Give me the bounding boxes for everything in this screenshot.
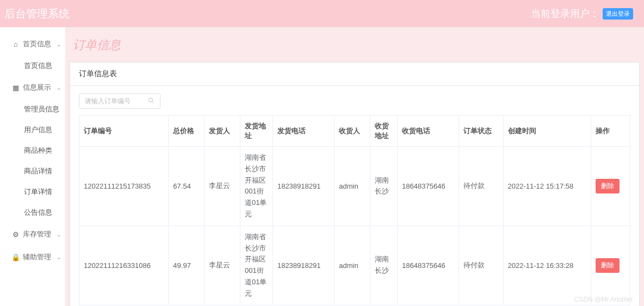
cell-receiver-phone: 18648375646: [398, 147, 459, 226]
cell-status: 待付款: [459, 226, 503, 305]
sidebar-item-home-info[interactable]: 首页信息: [0, 55, 65, 76]
sidebar-group-home[interactable]: ⌂ 首页信息 ⌄: [0, 33, 65, 55]
cell-receiver-phone: 18648375646: [398, 226, 459, 305]
cell-created: 2022-11-12 15:17:58: [503, 147, 591, 226]
current-user-label: 当前登录用户：: [531, 7, 599, 20]
home-icon: ⌂: [12, 40, 20, 48]
main-content: 订单信息 订单信息表 订单编号 总价格 发货人 发货地: [65, 27, 644, 306]
cell-sender-phone: 18238918291: [273, 226, 334, 305]
col-status: 订单状态: [459, 116, 503, 147]
orders-table: 订单编号 总价格 发货人 发货地址 发货电话 收货人 收货地址 收货电话 订单状…: [79, 115, 630, 305]
col-order-no: 订单编号: [79, 116, 169, 147]
col-created: 创建时间: [503, 116, 591, 147]
cell-receiver: admin: [335, 147, 370, 226]
cell-sender-addr: 湖南省长沙市开福区001街道01单元: [240, 147, 273, 226]
header-user-area: 当前登录用户： 退出登录: [531, 7, 633, 20]
sidebar-item-admin-info[interactable]: 管理员信息: [0, 99, 65, 120]
search-input[interactable]: [85, 97, 148, 105]
sidebar-group-label: 信息展示: [23, 83, 51, 92]
sidebar-item-user-info[interactable]: 用户信息: [0, 120, 65, 140]
sidebar-item-goods-detail[interactable]: 商品详情: [0, 161, 65, 182]
col-receiver-phone: 收货电话: [398, 116, 459, 147]
svg-line-1: [152, 101, 154, 103]
app-header: 后台管理系统 当前登录用户： 退出登录: [0, 0, 644, 27]
delete-button[interactable]: 删除: [596, 179, 620, 193]
gear-icon: ⚙: [12, 230, 20, 238]
cell-receiver-addr: 湖南长沙: [370, 226, 398, 305]
col-sender: 发货人: [205, 116, 240, 147]
col-action: 操作: [591, 116, 630, 147]
page-title: 订单信息: [70, 27, 640, 62]
sidebar-group-label: 辅助管理: [23, 252, 51, 262]
cell-receiver-addr: 湖南长沙: [370, 147, 398, 226]
cell-sender-addr: 湖南省长沙市开福区001街道01单元: [240, 226, 273, 305]
card-header: 订单信息表: [70, 63, 639, 86]
cell-order-no: 12022111215173835: [79, 147, 169, 226]
col-sender-addr: 发货地址: [240, 116, 273, 147]
cell-status: 待付款: [459, 147, 503, 226]
chevron-down-icon: ⌄: [57, 41, 61, 47]
sidebar-group-info[interactable]: ▦ 信息展示 ⌄: [0, 76, 65, 99]
cell-total: 67.54: [169, 147, 205, 226]
cell-receiver: admin: [335, 226, 370, 305]
col-sender-phone: 发货电话: [273, 116, 334, 147]
sidebar: ⌂ 首页信息 ⌄ 首页信息 ▦ 信息展示 ⌄ 管理员信息 用户信息 商品种类 商…: [0, 27, 65, 306]
search-icon: [148, 97, 154, 105]
table-row: 1202211121633108649.97李星云湖南省长沙市开福区001街道0…: [79, 226, 630, 305]
chevron-down-icon: ⌄: [57, 85, 61, 91]
cell-sender: 李星云: [205, 226, 240, 305]
cell-action: 删除: [591, 147, 630, 226]
delete-button[interactable]: 删除: [596, 258, 620, 273]
chevron-down-icon: ⌄: [57, 254, 61, 260]
grid-icon: ▦: [12, 84, 20, 91]
svg-point-0: [149, 98, 153, 102]
table-row: 1202211121517383567.54李星云湖南省长沙市开福区001街道0…: [79, 147, 630, 226]
sidebar-group-stock[interactable]: ⚙ 库存管理 ⌄: [0, 223, 65, 246]
sidebar-item-order-detail[interactable]: 订单详情: [0, 182, 65, 202]
sidebar-item-goods-cat[interactable]: 商品种类: [0, 140, 65, 161]
cell-created: 2022-11-12 16:33:28: [503, 226, 591, 305]
app-title: 后台管理系统: [4, 7, 70, 21]
sidebar-item-notice-info[interactable]: 公告信息: [0, 202, 65, 223]
logout-button[interactable]: 退出登录: [603, 8, 633, 20]
cell-sender-phone: 18238918291: [273, 147, 334, 226]
cell-total: 49.97: [169, 226, 205, 305]
col-receiver-addr: 收货地址: [370, 116, 398, 147]
sidebar-group-label: 首页信息: [23, 39, 51, 49]
order-card: 订单信息表 订单编号 总价格 发货人 发货地址 发: [70, 62, 640, 306]
cell-sender: 李星云: [205, 147, 240, 226]
watermark: CSDN @Mr.Another: [574, 296, 633, 303]
sidebar-group-label: 库存管理: [23, 229, 51, 239]
table-header-row: 订单编号 总价格 发货人 发货地址 发货电话 收货人 收货地址 收货电话 订单状…: [79, 116, 630, 147]
lock-icon: 🔒: [12, 253, 20, 261]
search-container: [79, 93, 160, 109]
cell-order-no: 12022111216331086: [79, 226, 169, 305]
col-receiver: 收货人: [335, 116, 370, 147]
sidebar-group-aux[interactable]: 🔒 辅助管理 ⌄: [0, 246, 65, 268]
chevron-down-icon: ⌄: [57, 232, 61, 238]
cell-action: 删除: [591, 226, 630, 305]
col-total: 总价格: [169, 116, 205, 147]
